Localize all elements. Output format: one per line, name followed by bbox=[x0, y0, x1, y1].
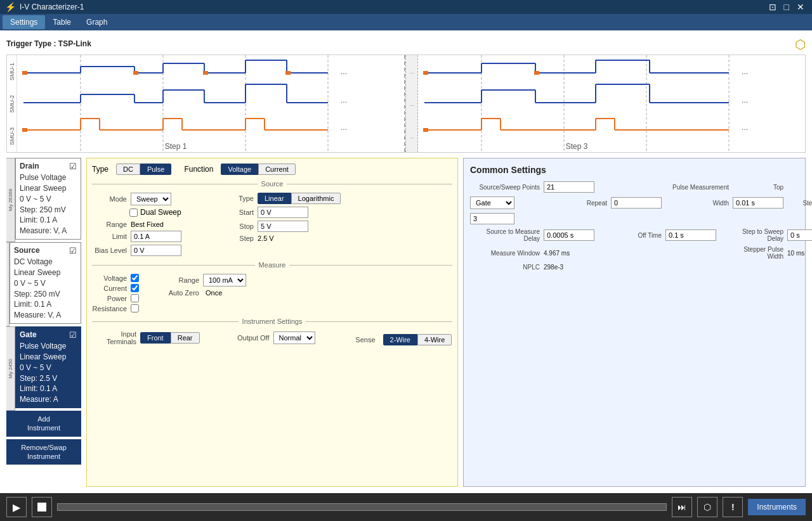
stepper-pts-input[interactable] bbox=[470, 213, 514, 224]
4wire-btn[interactable]: 4-Wire bbox=[417, 334, 452, 345]
smu1-label: SMU-1 bbox=[7, 55, 16, 87]
trigger-type-header: Trigger Type : TSP-Link bbox=[6, 37, 91, 48]
gate-instrument[interactable]: Gate ☑ Pulse Voltage Linear Sweep 0 V ~ … bbox=[15, 326, 81, 408]
resistance-checkbox[interactable] bbox=[131, 304, 139, 312]
diagram-svg-left: Step 1 ... ... ... bbox=[17, 55, 404, 152]
rear-btn[interactable]: Rear bbox=[171, 332, 200, 344]
dual-sweep-checkbox[interactable] bbox=[129, 209, 138, 217]
voltage-checkbox[interactable] bbox=[131, 274, 139, 282]
export-icon[interactable]: ⬡ bbox=[795, 37, 806, 52]
step-label: Step bbox=[219, 235, 254, 242]
step-sweep-delay-input[interactable] bbox=[787, 229, 812, 241]
input-terminals-label: Input Terminals bbox=[92, 330, 136, 345]
function-current-btn[interactable]: Current bbox=[258, 164, 296, 175]
stepper-select[interactable]: Gate Drain Source bbox=[470, 196, 514, 209]
bottom-bar: ▶ ⏭ ⬡ ! Instruments bbox=[0, 493, 812, 521]
type-function-row: Type DC Pulse Function Voltage Current bbox=[92, 164, 452, 175]
svg-text:Step 1: Step 1 bbox=[165, 142, 187, 151]
linear-log-toggle: Linear Logarithmic bbox=[258, 193, 341, 204]
info-button[interactable]: ! bbox=[723, 497, 743, 517]
mode-label: Mode bbox=[92, 195, 127, 203]
source-check: ☑ bbox=[69, 245, 77, 257]
autozero-value: Once bbox=[206, 289, 222, 297]
diagram-svg-right: Step 3 ... ... ... bbox=[418, 55, 805, 152]
inst-settings-divider: Instrument Settings bbox=[92, 318, 452, 325]
range-row: Range Best Fixed bbox=[92, 221, 206, 228]
off-time-input[interactable] bbox=[665, 229, 716, 241]
svg-text:...: ... bbox=[742, 123, 748, 132]
sense-toggle: 2-Wire 4-Wire bbox=[383, 334, 452, 345]
limit-input[interactable] bbox=[131, 231, 181, 242]
repeat-label: Repeat bbox=[544, 200, 607, 207]
repeat-input[interactable] bbox=[611, 197, 662, 209]
close-btn[interactable]: ✕ bbox=[794, 2, 807, 12]
instruments-button[interactable]: Instruments bbox=[748, 499, 806, 515]
bias-input[interactable] bbox=[131, 245, 181, 256]
type-toggle-group: DC Pulse bbox=[116, 164, 171, 175]
source-divider: Source bbox=[92, 180, 452, 188]
stop-button[interactable] bbox=[32, 497, 52, 517]
output-off-select[interactable]: Normal High Z Zero bbox=[273, 331, 315, 344]
src-sweep-pts-input[interactable] bbox=[544, 181, 594, 193]
measure-range-label: Range bbox=[164, 276, 199, 284]
svg-text:Step 3: Step 3 bbox=[566, 142, 588, 151]
current-check-row: Current bbox=[92, 284, 139, 292]
start-input[interactable] bbox=[258, 207, 308, 218]
menu-settings[interactable]: Settings bbox=[3, 15, 45, 29]
limit-label: Limit bbox=[92, 233, 127, 240]
type-label: Type bbox=[92, 165, 108, 174]
linear-btn[interactable]: Linear bbox=[258, 193, 291, 204]
step-forward-button[interactable]: ⏭ bbox=[672, 497, 692, 517]
front-btn[interactable]: Front bbox=[140, 332, 171, 344]
measure-range-select[interactable]: 100 mA 1 A Auto bbox=[203, 274, 246, 286]
svg-rect-85 bbox=[423, 128, 428, 132]
restore-btn[interactable]: ⊡ bbox=[766, 2, 779, 12]
function-toggle-group: Voltage Current bbox=[221, 164, 295, 175]
nplc-label: NPLC bbox=[470, 264, 540, 271]
step-sweep-delay-label: Step to Sweep Delay bbox=[733, 228, 783, 242]
svg-text:...: ... bbox=[341, 67, 347, 76]
remove-swap-button[interactable]: Remove/SwapInstrument bbox=[6, 439, 81, 465]
mode-select[interactable]: Sweep Fixed bbox=[131, 193, 171, 205]
autozero-label: Auto Zero bbox=[164, 289, 199, 297]
range-value: Best Fixed bbox=[131, 221, 164, 228]
src-meas-delay-input[interactable] bbox=[544, 229, 594, 241]
stop-input[interactable] bbox=[258, 221, 308, 232]
limit-row: Limit bbox=[92, 231, 206, 242]
source-type-row: Type Linear Logarithmic bbox=[219, 193, 341, 204]
stepper-pulse-width-label: Stepper Pulse Width bbox=[733, 246, 783, 260]
voltage-label: Voltage bbox=[92, 274, 127, 282]
sense-label: Sense bbox=[341, 336, 376, 344]
export-button[interactable]: ⬡ bbox=[697, 497, 717, 517]
menu-table[interactable]: Table bbox=[45, 15, 79, 29]
src-sweep-pts-label: Source/Sweep Points bbox=[470, 184, 540, 191]
voltage-check-row: Voltage bbox=[92, 274, 139, 282]
maximize-btn[interactable]: □ bbox=[782, 2, 792, 12]
power-checkbox[interactable] bbox=[131, 294, 139, 302]
drain-instrument[interactable]: Drain ☑ Pulse Voltage Linear Sweep 0 V ~… bbox=[15, 158, 81, 240]
function-voltage-btn[interactable]: Voltage bbox=[221, 164, 258, 175]
menu-graph[interactable]: Graph bbox=[79, 15, 115, 29]
logarithmic-btn[interactable]: Logarithmic bbox=[291, 193, 341, 204]
timing-diagram: SMU-1 SMU-2 SMU-3 bbox=[6, 55, 806, 153]
measure-content: Voltage Current Power Resistance bbox=[92, 274, 452, 312]
width-input[interactable] bbox=[733, 197, 783, 209]
play-button[interactable]: ▶ bbox=[6, 497, 27, 517]
bias-row: Bias Level bbox=[92, 245, 206, 256]
common-settings-title: Common Settings bbox=[470, 165, 799, 175]
current-checkbox[interactable] bbox=[131, 284, 139, 292]
svg-text:...: ... bbox=[742, 67, 748, 76]
stepper-label: Stepper bbox=[787, 184, 812, 191]
2wire-btn[interactable]: 2-Wire bbox=[383, 334, 417, 345]
output-off-label: Output Off bbox=[225, 334, 270, 342]
source-instrument[interactable]: Source ☑ DC Voltage Linear Sweep 0 V ~ 5… bbox=[10, 242, 81, 324]
app-title: I-V Characterizer-1 bbox=[20, 3, 84, 11]
start-label: Start bbox=[219, 209, 254, 216]
output-off-row: Output Off Normal High Z Zero bbox=[225, 331, 315, 344]
type-pulse-btn[interactable]: Pulse bbox=[140, 164, 172, 175]
add-instrument-button[interactable]: AddInstrument bbox=[6, 411, 81, 437]
resistance-check-row: Resistance bbox=[92, 304, 139, 312]
svg-rect-20 bbox=[285, 71, 291, 75]
title-bar: ⚡ I-V Characterizer-1 ⊡ □ ✕ bbox=[0, 0, 812, 14]
type-dc-btn[interactable]: DC bbox=[116, 164, 140, 175]
